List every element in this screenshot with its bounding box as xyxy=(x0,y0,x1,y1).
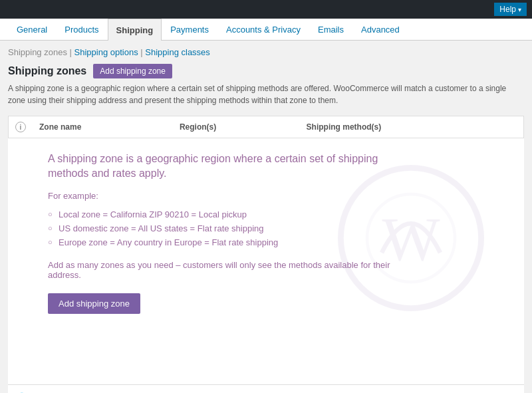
nav-tabs: General Products Shipping Payments Accou… xyxy=(0,19,532,41)
page-description: A shipping zone is a geographic region w… xyxy=(8,82,524,106)
sub-nav-separator: | xyxy=(70,47,74,57)
empty-heading: A shipping zone is a geographic region w… xyxy=(48,152,414,182)
example-item: Local zone = California ZIP 90210 = Loca… xyxy=(48,207,497,221)
for-example-label: For example: xyxy=(48,191,497,201)
empty-state: W A shipping zone is a geographic region… xyxy=(8,138,524,384)
add-shipping-zone-button-top[interactable]: Add shipping zone xyxy=(93,64,172,78)
add-note: Add as many zones as you need – customer… xyxy=(48,260,394,280)
info-icon: i xyxy=(15,122,26,132)
tab-emails[interactable]: Emails xyxy=(309,19,352,40)
col-shipping-methods: Shipping method(s) xyxy=(300,116,524,138)
help-button[interactable]: Help ▾ xyxy=(494,3,527,16)
tab-payments[interactable]: Payments xyxy=(162,19,217,40)
sub-nav-shipping-classes-link[interactable]: Shipping classes xyxy=(145,47,210,57)
tab-accounts-privacy[interactable]: Accounts & Privacy xyxy=(217,19,309,40)
examples-list: Local zone = California ZIP 90210 = Loca… xyxy=(48,207,497,249)
top-bar: Help ▾ xyxy=(0,0,532,19)
sub-nav-shipping-options-link[interactable]: Shipping options xyxy=(74,47,138,57)
page-title: Shipping zones xyxy=(8,65,86,77)
help-label: Help xyxy=(499,5,516,14)
zones-table: i Zone name Region(s) Shipping method(s) xyxy=(8,116,524,138)
sub-nav: Shipping zones | Shipping options | Ship… xyxy=(8,47,524,57)
tab-general[interactable]: General xyxy=(8,19,56,40)
col-info: i xyxy=(9,116,33,138)
col-regions: Region(s) xyxy=(173,116,300,138)
example-item: Europe zone = Any country in Europe = Fl… xyxy=(48,235,497,249)
example-item: US domestic zone = All US states = Flat … xyxy=(48,221,497,235)
tab-advanced[interactable]: Advanced xyxy=(352,19,408,40)
sub-nav-shipping-zones-label: Shipping zones xyxy=(8,47,67,57)
page-wrap: Shipping zones | Shipping options | Ship… xyxy=(0,41,532,393)
footer-row: 🌐 Locations not covered by your other zo… xyxy=(8,384,524,393)
chevron-down-icon: ▾ xyxy=(518,6,521,13)
empty-state-content: A shipping zone is a geographic region w… xyxy=(48,152,497,314)
tab-shipping[interactable]: Shipping xyxy=(108,19,162,41)
heading-row: Shipping zones Add shipping zone xyxy=(8,64,524,78)
add-shipping-zone-button-main[interactable]: Add shipping zone xyxy=(48,293,140,314)
col-zone-name: Zone name xyxy=(33,116,173,138)
tab-products[interactable]: Products xyxy=(56,19,107,40)
